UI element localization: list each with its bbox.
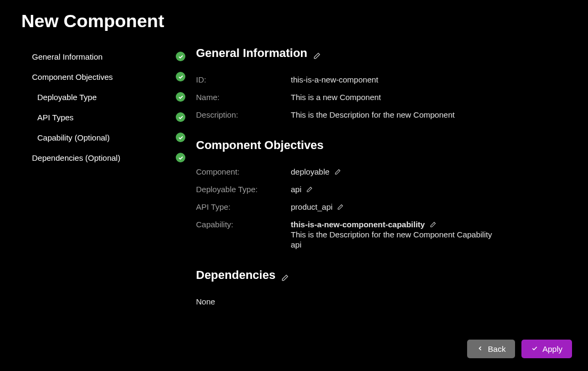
step-label: Deployable Type [37, 93, 176, 102]
summary-panel: General Information ID: this-is-a-new-co… [196, 46, 571, 310]
capability-name: this-is-a-new-component-capability [291, 220, 425, 229]
check-icon [176, 133, 185, 142]
edit-icon[interactable] [306, 186, 313, 193]
field-value: This is a new Component [291, 93, 381, 102]
field-value-text: api [291, 185, 301, 194]
edit-icon[interactable] [429, 221, 436, 228]
section-head-general: General Information [196, 46, 566, 60]
row-name: Name: This is a new Component [196, 88, 566, 106]
wizard-layout: General Information Component Objectives… [17, 46, 571, 310]
step-capability[interactable]: Capability (Optional) [32, 127, 185, 147]
field-value: api [291, 185, 313, 194]
capability-description: This is the Description for the new Comp… [291, 230, 492, 239]
row-component: Component: deployable [196, 163, 566, 180]
step-label: Dependencies (Optional) [32, 153, 176, 162]
step-label: API Types [37, 113, 176, 122]
wizard-steps: General Information Component Objectives… [32, 46, 185, 310]
capability-extra: api [291, 240, 492, 249]
field-label: Capability: [196, 220, 291, 229]
field-value: product_api [291, 202, 344, 211]
row-deployable-type: Deployable Type: api [196, 180, 566, 198]
step-component-objectives[interactable]: Component Objectives [32, 67, 185, 87]
field-label: Description: [196, 110, 291, 119]
edit-icon[interactable] [281, 271, 289, 279]
button-label: Back [488, 344, 505, 353]
check-icon [176, 52, 185, 61]
field-value: this-is-a-new-component-capability This … [291, 220, 492, 249]
row-capability: Capability: this-is-a-new-component-capa… [196, 216, 566, 253]
field-label: Deployable Type: [196, 185, 291, 194]
section-head-objectives: Component Objectives [196, 138, 566, 152]
wizard-footer: Back Apply [467, 340, 572, 358]
step-general-information[interactable]: General Information [32, 46, 185, 67]
check-icon [176, 72, 185, 81]
step-label: Component Objectives [32, 72, 176, 81]
edit-icon[interactable] [313, 50, 321, 57]
section-title-objectives: Component Objectives [196, 138, 324, 152]
edit-icon[interactable] [337, 203, 344, 210]
section-title-general: General Information [196, 46, 321, 60]
checkmark-icon [531, 344, 538, 353]
edit-icon[interactable] [334, 168, 341, 175]
step-dependencies[interactable]: Dependencies (Optional) [32, 147, 185, 168]
page-title: New Component [21, 11, 571, 31]
chevron-left-icon [477, 344, 484, 353]
field-label: Name: [196, 93, 291, 102]
row-description: Description: This is the Description for… [196, 106, 566, 123]
field-value-text: deployable [291, 167, 330, 176]
section-head-dependencies: Dependencies [196, 268, 566, 282]
field-value-text: product_api [291, 202, 332, 211]
back-button[interactable]: Back [467, 340, 515, 358]
field-label: ID: [196, 75, 291, 84]
field-value: This is the Description for the new Comp… [291, 110, 455, 119]
section-title-text: Component Objectives [196, 138, 324, 152]
check-icon [176, 153, 185, 162]
apply-button[interactable]: Apply [521, 340, 572, 358]
field-value: None [196, 297, 215, 306]
field-value: deployable [291, 167, 341, 176]
step-label: Capability (Optional) [37, 133, 176, 142]
step-api-types[interactable]: API Types [32, 107, 185, 127]
check-icon [176, 92, 185, 102]
step-label: General Information [32, 52, 176, 61]
row-dependencies-value: None [196, 293, 566, 310]
row-api-type: API Type: product_api [196, 198, 566, 216]
field-label: Component: [196, 167, 291, 176]
step-deployable-type[interactable]: Deployable Type [32, 87, 185, 107]
button-label: Apply [542, 344, 562, 353]
section-title-dependencies: Dependencies [196, 268, 289, 282]
section-title-text: Dependencies [196, 268, 275, 282]
row-id: ID: this-is-a-new-component [196, 71, 566, 88]
section-title-text: General Information [196, 46, 307, 60]
check-icon [176, 112, 185, 122]
field-label: API Type: [196, 202, 291, 211]
field-value: this-is-a-new-component [291, 75, 378, 84]
